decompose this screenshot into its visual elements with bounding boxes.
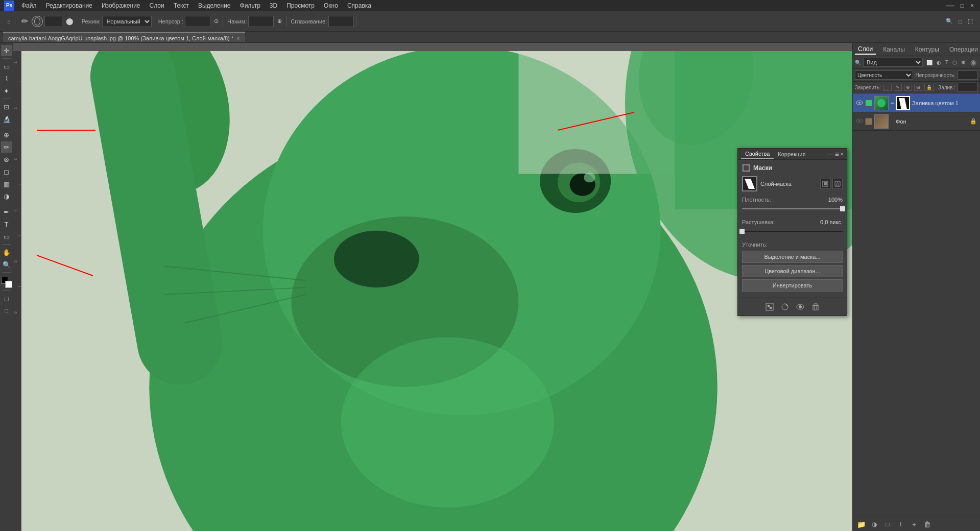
- pixel-mask-btn[interactable]: [764, 301, 775, 312]
- pen-tool[interactable]: ✒: [1, 206, 12, 218]
- close-tab-btn[interactable]: ×: [236, 35, 240, 41]
- filter-pixel-btn[interactable]: ⬜: [925, 59, 934, 66]
- properties-tab[interactable]: Свойства: [741, 150, 774, 159]
- dodge-tool[interactable]: ◑: [1, 190, 12, 202]
- color-range-btn[interactable]: Цветовой диапазон...: [742, 265, 843, 277]
- lasso-tool[interactable]: ⌇: [1, 73, 12, 84]
- tab-paths[interactable]: Контуры: [912, 45, 942, 54]
- select-mask-btn[interactable]: Выделение и маска...: [742, 251, 843, 263]
- menu-window[interactable]: Окно: [320, 1, 342, 10]
- opacity-pressure-btn[interactable]: ⊙: [212, 17, 221, 26]
- workspace-btn[interactable]: □: [957, 17, 964, 26]
- density-slider[interactable]: [742, 206, 843, 213]
- eraser-tool[interactable]: ◻: [1, 166, 12, 177]
- brush-hardness-btn[interactable]: ⬤: [64, 16, 76, 26]
- minimize-btn[interactable]: —: [944, 0, 957, 11]
- new-group-btn[interactable]: 📁: [856, 519, 866, 529]
- layer-row-2[interactable]: Фон 🔒: [853, 112, 980, 131]
- layer-eye-2[interactable]: [856, 118, 863, 125]
- layers-filter-select[interactable]: Вид: [863, 58, 923, 67]
- menu-help[interactable]: Справка: [343, 1, 375, 10]
- flow-label: Нажим:: [227, 18, 247, 25]
- move-tool[interactable]: ✛: [1, 45, 12, 56]
- opacity-input[interactable]: 100%: [185, 16, 210, 27]
- marquee-tool[interactable]: ▭: [1, 61, 12, 72]
- add-mask-btn[interactable]: □: [882, 519, 893, 529]
- filter-toggle-btn[interactable]: ◉: [969, 58, 978, 67]
- fill-value-input[interactable]: 100%: [958, 83, 978, 92]
- lock-pixels-btn[interactable]: ⬚: [883, 84, 892, 91]
- home-btn[interactable]: ⌂: [5, 17, 13, 26]
- healing-tool[interactable]: ⊕: [1, 129, 12, 140]
- flow-pressure-btn[interactable]: ⊕: [275, 17, 284, 26]
- wand-tool[interactable]: ✦: [1, 85, 12, 96]
- tab-channels[interactable]: Каналы: [880, 45, 908, 54]
- lock-all-btn[interactable]: 🔒: [924, 84, 934, 91]
- layer-eye-1[interactable]: [856, 100, 863, 107]
- colorize-mask-btn[interactable]: [779, 301, 791, 312]
- mode-select[interactable]: Нормальный: [102, 16, 152, 27]
- filter-shape-btn[interactable]: ⬡: [951, 59, 959, 66]
- quick-mask-btn[interactable]: ⬚: [1, 293, 12, 304]
- layer-row-1[interactable]: Заливка цветом 1: [853, 94, 980, 112]
- gradient-tool[interactable]: ▦: [1, 178, 12, 189]
- menu-edit[interactable]: Редактирование: [42, 1, 97, 10]
- flow-input[interactable]: 100%: [248, 16, 274, 27]
- smoothing-input[interactable]: 0%: [328, 16, 354, 27]
- brush-preset-btn[interactable]: [32, 16, 43, 27]
- close-btn[interactable]: ×: [968, 1, 976, 10]
- maximize-btn[interactable]: □: [959, 1, 966, 10]
- layer-chain-1[interactable]: [891, 103, 894, 104]
- new-adjustment-btn[interactable]: ◑: [869, 519, 879, 529]
- crop-tool[interactable]: ⊡: [1, 101, 12, 112]
- screen-mode-btn[interactable]: ⬚: [966, 17, 975, 26]
- stamp-tool[interactable]: ⊗: [1, 154, 12, 165]
- blend-mode-select[interactable]: Цветность: [855, 70, 913, 80]
- brush-tool[interactable]: ✏: [1, 141, 12, 153]
- tab-layers[interactable]: Слои: [855, 44, 876, 55]
- feather-slider[interactable]: [742, 228, 843, 235]
- properties-close-btn[interactable]: ×: [840, 150, 844, 158]
- menu-image[interactable]: Изображение: [98, 1, 145, 10]
- tab-actions[interactable]: Операции: [946, 45, 980, 54]
- toggle-visibility-btn[interactable]: [795, 301, 806, 312]
- menu-select[interactable]: Выделение: [194, 1, 235, 10]
- zoom-tool[interactable]: 🔍: [1, 259, 12, 270]
- mask-apply-btn[interactable]: [820, 179, 830, 189]
- menu-text[interactable]: Текст: [170, 1, 193, 10]
- brush-size-input[interactable]: 90: [44, 16, 62, 27]
- file-tab[interactable]: camylla-battani-AoqgGAqrlpU-unsplash.jpg…: [8, 35, 233, 41]
- add-style-btn[interactable]: f: [896, 519, 906, 529]
- properties-collapse-btn[interactable]: —: [827, 150, 834, 158]
- shape-tool[interactable]: ▭: [1, 231, 12, 242]
- svg-rect-31: [768, 305, 770, 307]
- color-swatch[interactable]: [1, 277, 12, 288]
- menu-3d[interactable]: 3D: [266, 1, 281, 10]
- hand-tool[interactable]: ✋: [1, 247, 12, 258]
- layers-footer: 📁 ◑ □ f + 🗑: [853, 517, 980, 531]
- correction-tab[interactable]: Коррекция: [774, 150, 809, 158]
- delete-mask-btn[interactable]: [810, 301, 821, 312]
- filter-smart-btn[interactable]: ✱: [960, 59, 967, 66]
- lock-artboard-btn[interactable]: ⊞: [914, 84, 922, 91]
- opacity-value-input[interactable]: 100%: [958, 70, 978, 80]
- filter-text-btn[interactable]: T: [944, 59, 950, 66]
- properties-menu-btn[interactable]: ≡: [835, 150, 839, 158]
- text-tool[interactable]: T: [1, 219, 12, 230]
- new-layer-btn[interactable]: +: [909, 519, 919, 529]
- lock-image-btn[interactable]: ✎: [894, 84, 902, 91]
- view-mode-btn[interactable]: □: [1, 305, 12, 316]
- menu-file[interactable]: Файл: [17, 1, 41, 10]
- eyedropper-tool[interactable]: 🔬: [1, 113, 12, 125]
- filter-adj-btn[interactable]: ◐: [935, 59, 943, 66]
- menu-view[interactable]: Просмотр: [282, 1, 319, 10]
- menu-filter[interactable]: Фильтр: [236, 1, 265, 10]
- mask-thumbnail[interactable]: [742, 176, 757, 191]
- invert-btn[interactable]: Инвертировать: [742, 279, 843, 292]
- brush-tool-btn[interactable]: ✏: [19, 15, 30, 27]
- menu-layers[interactable]: Слои: [146, 1, 169, 10]
- delete-layer-btn[interactable]: 🗑: [922, 519, 933, 529]
- search-btn[interactable]: 🔍: [944, 17, 955, 26]
- lock-position-btn[interactable]: ⊕: [904, 84, 912, 91]
- mask-chain-btn[interactable]: [832, 179, 843, 189]
